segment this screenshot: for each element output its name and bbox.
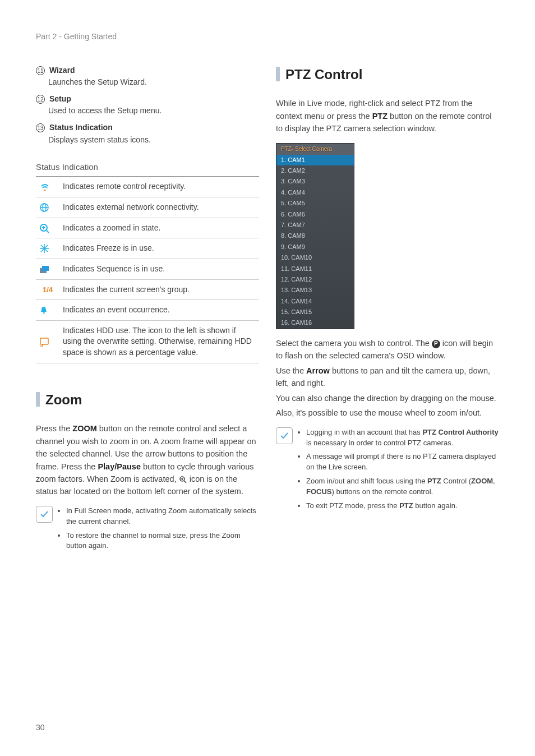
heading-text: PTZ Control xyxy=(285,65,362,84)
ptz-camera-item[interactable]: 6. CAM6 xyxy=(276,209,354,220)
ptz-camera-item[interactable]: 3. CAM3 xyxy=(276,176,354,187)
item-desc: Launches the Setup Wizard. xyxy=(48,77,259,88)
svg-rect-13 xyxy=(42,266,49,271)
list-item: To exit PTZ mode, press the PTZ button a… xyxy=(306,501,499,511)
ptz-camera-item[interactable]: 2. CAM2 xyxy=(276,165,354,176)
status-desc: Indicates external network connectivity. xyxy=(59,197,259,218)
remote-icon xyxy=(39,181,56,192)
table-row: Indicates a zoomed in state. xyxy=(36,218,259,238)
item-title: Status Indication xyxy=(49,123,113,132)
ptz-camera-item[interactable]: 10. CAM10 xyxy=(276,252,354,263)
item-wizard: 11 Wizard Launches the Setup Wizard. xyxy=(36,65,259,88)
table-row: Indicates an event occurrence. xyxy=(36,300,259,321)
svg-rect-15 xyxy=(40,338,48,344)
heading-text: Zoom xyxy=(45,390,82,409)
svg-line-19 xyxy=(184,481,186,483)
ptz-body-4: Also, it's possible to use the mouse whe… xyxy=(276,407,499,419)
ptz-body-3: You can also change the direction by dra… xyxy=(276,392,499,404)
item-status-indication: 13 Status Indication Displays system sta… xyxy=(36,122,259,145)
hdd-icon xyxy=(39,336,56,347)
bell-icon xyxy=(39,306,56,315)
list-item: To restore the channel to normal size, p… xyxy=(66,531,259,552)
item-title: Setup xyxy=(49,94,71,103)
heading-bar-icon xyxy=(276,67,280,81)
list-item: Zoom in/out and shift focus using the PT… xyxy=(306,476,499,497)
zoom-heading: Zoom xyxy=(36,390,259,409)
globe-icon xyxy=(39,202,56,213)
zoom-note: In Full Screen mode, activating Zoom aut… xyxy=(36,506,259,555)
ptz-camera-item[interactable]: 1. CAM1 xyxy=(276,155,354,165)
left-column: 11 Wizard Launches the Setup Wizard. 12 … xyxy=(36,65,259,555)
table-row: Indicates remote control receptivity. xyxy=(36,177,259,197)
svg-line-7 xyxy=(47,231,49,233)
status-indication-table: Indicates remote control receptivity. In… xyxy=(36,177,259,363)
ptz-camera-item[interactable]: 11. CAM11 xyxy=(276,264,354,274)
status-desc: Indicates HDD use. The icon to the left … xyxy=(59,320,259,363)
page-header: Part 2 - Getting Started xyxy=(36,31,499,43)
right-column: PTZ Control While in Live mode, right-cl… xyxy=(276,65,499,555)
status-desc: Indicates the current screen's group. xyxy=(59,279,259,300)
ptz-body-1: Select the camera you wish to control. T… xyxy=(276,337,499,362)
ptz-intro: While in Live mode, right-click and sele… xyxy=(276,97,499,135)
status-desc: Indicates Freeze is in use. xyxy=(59,238,259,259)
check-icon xyxy=(276,427,293,444)
ptz-camera-item[interactable]: 7. CAM7 xyxy=(276,220,354,231)
ptz-camera-item[interactable]: 16. CAM16 xyxy=(276,317,354,328)
item-number-icon: 11 xyxy=(36,66,45,75)
item-setup: 12 Setup Used to access the Setup menu. xyxy=(36,94,259,117)
page-number: 30 xyxy=(36,722,45,734)
ptz-note: Logging in with an account that has PTZ … xyxy=(276,427,499,515)
check-icon xyxy=(36,506,53,523)
status-desc: Indicates remote control receptivity. xyxy=(59,177,259,197)
table-row: Indicates Sequence is in use. xyxy=(36,259,259,279)
table-row: Indicates Freeze is in use. xyxy=(36,238,259,259)
ptz-camera-item[interactable]: 15. CAM15 xyxy=(276,307,354,317)
status-desc: Indicates a zoomed in state. xyxy=(59,218,259,238)
item-desc: Displays system status icons. xyxy=(48,135,259,146)
zoom-in-icon xyxy=(39,223,56,233)
item-number-icon: 13 xyxy=(36,123,45,132)
zoom-note-list: In Full Screen mode, activating Zoom aut… xyxy=(58,506,259,555)
item-title: Wizard xyxy=(49,66,75,75)
ptz-body-2: Use the Arrow buttons to pan and tilt th… xyxy=(276,365,499,390)
ptz-note-list: Logging in with an account that has PTZ … xyxy=(298,427,499,515)
item-number-icon: 12 xyxy=(36,95,45,104)
ptz-camera-item[interactable]: 14. CAM14 xyxy=(276,296,354,307)
status-indication-heading: Status Indication xyxy=(36,161,259,177)
svg-rect-14 xyxy=(43,312,45,314)
ptz-window-title: PTZ- Select Camera xyxy=(276,144,354,155)
ptz-select-camera-window: PTZ- Select Camera 1. CAM1 2. CAM2 3. CA… xyxy=(276,143,354,329)
snowflake-icon xyxy=(39,243,56,253)
group-indicator-icon: 1/4 xyxy=(43,285,53,294)
sequence-icon xyxy=(39,265,56,274)
table-row: Indicates external network connectivity. xyxy=(36,197,259,218)
heading-bar-icon xyxy=(36,392,40,407)
list-item: Logging in with an account that has PTZ … xyxy=(306,427,499,449)
status-desc: Indicates an event occurrence. xyxy=(59,300,259,321)
status-desc: Indicates Sequence is in use. xyxy=(59,259,259,279)
ptz-camera-item[interactable]: 8. CAM8 xyxy=(276,231,354,241)
ptz-p-icon: P xyxy=(432,340,440,348)
list-item: A message will prompt if there is no PTZ… xyxy=(306,451,499,473)
list-item: In Full Screen mode, activating Zoom aut… xyxy=(66,506,259,527)
ptz-camera-item[interactable]: 4. CAM4 xyxy=(276,187,354,198)
ptz-camera-item[interactable]: 9. CAM9 xyxy=(276,242,354,252)
svg-marker-0 xyxy=(44,189,46,191)
ptz-camera-item[interactable]: 13. CAM13 xyxy=(276,285,354,296)
zoom-body: Press the ZOOM button on the remote cont… xyxy=(36,422,259,498)
table-row: 1/4 Indicates the current screen's group… xyxy=(36,279,259,300)
item-desc: Used to access the Setup menu. xyxy=(48,105,259,117)
table-row: Indicates HDD use. The icon to the left … xyxy=(36,320,259,363)
ptz-camera-item[interactable]: 12. CAM12 xyxy=(276,274,354,285)
zoom-icon xyxy=(179,476,187,484)
ptz-heading: PTZ Control xyxy=(276,65,499,84)
ptz-camera-item[interactable]: 5. CAM5 xyxy=(276,198,354,209)
